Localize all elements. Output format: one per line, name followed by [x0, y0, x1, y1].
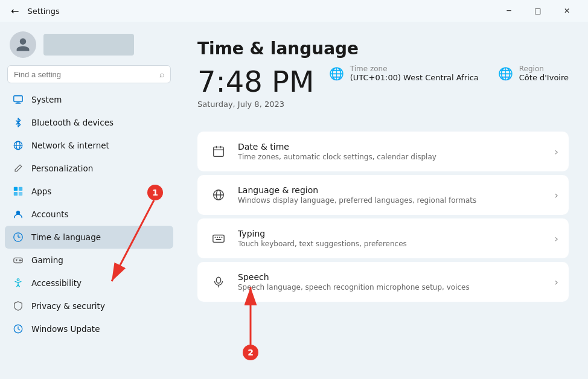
app-title: Settings — [27, 7, 59, 16]
svg-rect-9 — [19, 187, 22, 191]
chevron-right-icon: › — [555, 190, 558, 201]
avatar[interactable] — [10, 31, 36, 58]
sidebar-item-label: Gaming — [31, 255, 63, 265]
timezone-region-row: 🌐 Time zone (UTC+01:00) West Central Afr… — [329, 65, 569, 82]
titlebar: ← Settings ─ □ ✕ — [0, 0, 588, 22]
titlebar-left: ← Settings — [7, 4, 495, 18]
card-description: Windows display language, preferred lang… — [238, 196, 555, 205]
card-typing[interactable]: Typing Touch keyboard, text suggestions,… — [197, 218, 569, 258]
date-time-icon — [208, 141, 229, 162]
card-text: Typing Touch keyboard, text suggestions,… — [238, 229, 555, 248]
card-date-time[interactable]: Date & time Time zones, automatic clock … — [197, 132, 569, 171]
sidebar: ⌕ System Bluetooth & devices Network & i… — [0, 22, 178, 379]
sidebar-item-gaming[interactable]: Gaming — [5, 249, 173, 272]
svg-rect-26 — [214, 147, 224, 157]
card-text: Date & time Time zones, automatic clock … — [238, 142, 555, 161]
sidebar-item-label: Privacy & security — [31, 301, 105, 311]
timezone-value: (UTC+01:00) West Central Africa — [350, 73, 479, 82]
sidebar-item-label: Apps — [31, 186, 51, 196]
maximize-button[interactable]: □ — [524, 1, 552, 21]
accessibility-icon — [12, 277, 24, 289]
svg-rect-2 — [16, 103, 21, 104]
sidebar-item-accounts[interactable]: Accounts — [5, 203, 173, 226]
user-icon — [15, 37, 31, 53]
sidebar-item-label: Network & internet — [31, 141, 109, 150]
card-text: Language & region Windows display langua… — [238, 185, 555, 205]
timezone-label: Time zone — [350, 65, 479, 73]
privacy-icon — [12, 300, 24, 312]
search-icon: ⌕ — [159, 69, 164, 79]
sidebar-item-privacy[interactable]: Privacy & security — [5, 295, 173, 317]
update-icon — [12, 323, 24, 335]
card-language-region[interactable]: Language & region Windows display langua… — [197, 175, 569, 215]
svg-rect-10 — [14, 192, 18, 196]
chevron-right-icon: › — [555, 233, 558, 244]
speech-icon — [208, 271, 229, 293]
region-icon: 🌐 — [498, 66, 513, 81]
svg-rect-11 — [19, 192, 22, 196]
typing-icon — [208, 228, 229, 249]
svg-point-20 — [21, 260, 21, 261]
current-date: Saturday, July 8, 2023 — [197, 100, 314, 109]
svg-point-39 — [216, 277, 220, 283]
sidebar-item-apps[interactable]: Apps — [5, 180, 173, 203]
sidebar-item-personalization[interactable]: Personalization — [5, 157, 173, 180]
card-title: Date & time — [238, 142, 555, 151]
apps-icon — [12, 185, 24, 197]
card-title: Speech — [238, 272, 555, 282]
sidebar-nav: System Bluetooth & devices Network & int… — [0, 88, 178, 340]
region-value: Côte d'Ivoire — [519, 73, 569, 82]
timezone-item: 🌐 Time zone (UTC+01:00) West Central Afr… — [329, 65, 479, 82]
timezone-icon: 🌐 — [329, 66, 344, 81]
sidebar-item-time[interactable]: Time & language — [5, 226, 173, 249]
sidebar-item-label: Accounts — [31, 209, 69, 219]
region-item: 🌐 Region Côte d'Ivoire — [498, 65, 569, 82]
svg-rect-33 — [213, 235, 224, 243]
personalization-icon — [12, 162, 24, 174]
card-text: Speech Speech language, speech recogniti… — [238, 272, 555, 291]
profile-section — [0, 22, 178, 65]
back-button[interactable]: ← — [7, 4, 22, 18]
page-title: Time & language — [197, 39, 569, 59]
settings-cards: Date & time Time zones, automatic clock … — [197, 132, 569, 302]
sidebar-item-label: Bluetooth & devices — [31, 118, 113, 127]
sidebar-item-label: Time & language — [31, 232, 101, 242]
svg-point-21 — [17, 279, 19, 281]
network-icon — [12, 139, 24, 151]
svg-rect-1 — [16, 103, 19, 103]
gaming-icon — [12, 254, 24, 266]
card-description: Time zones, automatic clock settings, ca… — [238, 153, 555, 161]
sidebar-item-label: Windows Update — [31, 324, 100, 334]
card-description: Speech language, speech recognition micr… — [238, 283, 555, 291]
accounts-icon — [12, 208, 24, 220]
sidebar-item-label: System — [31, 95, 62, 104]
current-time: 7:48 PM — [197, 65, 314, 98]
titlebar-controls: ─ □ ✕ — [495, 1, 581, 21]
sidebar-item-network[interactable]: Network & internet — [5, 134, 173, 157]
sidebar-item-system[interactable]: System — [5, 88, 173, 111]
close-button[interactable]: ✕ — [553, 1, 581, 21]
card-title: Typing — [238, 229, 555, 238]
sidebar-item-label: Accessibility — [31, 278, 81, 288]
time-icon — [12, 231, 24, 243]
card-title: Language & region — [238, 185, 555, 195]
bluetooth-icon — [12, 116, 24, 129]
sidebar-item-update[interactable]: Windows Update — [5, 317, 173, 340]
svg-rect-0 — [14, 96, 22, 102]
profile-name-placeholder — [43, 34, 134, 56]
system-icon — [12, 94, 24, 106]
card-description: Touch keyboard, text suggestions, prefer… — [238, 240, 555, 248]
language-region-icon — [208, 184, 229, 206]
main-content: Time & language 7:48 PM Saturday, July 8… — [178, 22, 588, 379]
sidebar-item-accessibility[interactable]: Accessibility — [5, 272, 173, 295]
sidebar-item-label: Personalization — [31, 164, 93, 173]
minimize-button[interactable]: ─ — [495, 1, 523, 21]
search-box[interactable]: ⌕ — [7, 65, 171, 83]
search-input[interactable] — [14, 70, 156, 79]
sidebar-item-bluetooth[interactable]: Bluetooth & devices — [5, 111, 173, 134]
chevron-right-icon: › — [555, 276, 558, 288]
card-speech[interactable]: Speech Speech language, speech recogniti… — [197, 262, 569, 302]
svg-rect-8 — [14, 187, 18, 191]
region-label: Region — [519, 65, 569, 73]
app-body: ⌕ System Bluetooth & devices Network & i… — [0, 22, 588, 379]
